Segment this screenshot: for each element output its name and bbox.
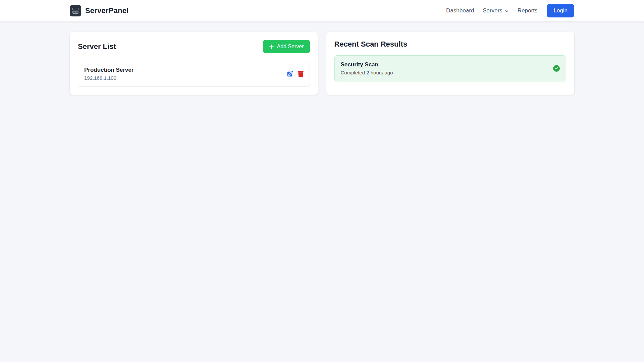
delete-icon	[298, 71, 304, 77]
server-list-title: Server List	[78, 42, 116, 51]
nav-item-reports[interactable]: Reports	[518, 7, 538, 14]
server-logo-icon	[70, 5, 81, 16]
main-content: Server List Add Server Production Server…	[70, 21, 574, 95]
scan-status: Completed 2 hours ago	[341, 70, 393, 75]
edit-server-button[interactable]	[287, 70, 293, 77]
nav-links: Dashboard Servers Reports Login	[446, 4, 574, 17]
server-list-item: Production Server 192.168.1.100	[78, 61, 310, 87]
scan-name: Security Scan	[341, 61, 393, 68]
nav-item-dashboard[interactable]: Dashboard	[446, 7, 474, 14]
login-button[interactable]: Login	[547, 4, 574, 17]
nav-item-reports-label: Reports	[518, 7, 538, 14]
scan-results-card: Recent Scan Results Security Scan Comple…	[326, 32, 575, 95]
scan-result-item: Security Scan Completed 2 hours ago	[334, 55, 567, 81]
plus-icon	[269, 44, 274, 49]
brand[interactable]: ServerPanel	[70, 5, 128, 16]
nav-item-servers-label: Servers	[483, 7, 502, 14]
brand-name: ServerPanel	[85, 6, 128, 15]
check-circle-icon	[553, 65, 560, 72]
edit-icon	[287, 70, 293, 77]
add-server-button-label: Add Server	[277, 44, 304, 50]
nav-item-dashboard-label: Dashboard	[446, 7, 474, 14]
top-navbar: ServerPanel Dashboard Servers Reports Lo…	[0, 0, 644, 21]
server-name: Production Server	[84, 67, 133, 73]
server-item-actions	[287, 70, 304, 77]
nav-item-servers[interactable]: Servers	[483, 7, 509, 14]
add-server-button[interactable]: Add Server	[263, 40, 310, 53]
server-ip: 192.168.1.100	[84, 75, 133, 81]
scan-results-title: Recent Scan Results	[334, 40, 408, 49]
server-info: Production Server 192.168.1.100	[84, 67, 133, 81]
chevron-down-icon	[504, 9, 509, 13]
scan-info: Security Scan Completed 2 hours ago	[341, 61, 393, 75]
server-list-card: Server List Add Server Production Server…	[70, 32, 318, 95]
delete-server-button[interactable]	[298, 71, 304, 77]
